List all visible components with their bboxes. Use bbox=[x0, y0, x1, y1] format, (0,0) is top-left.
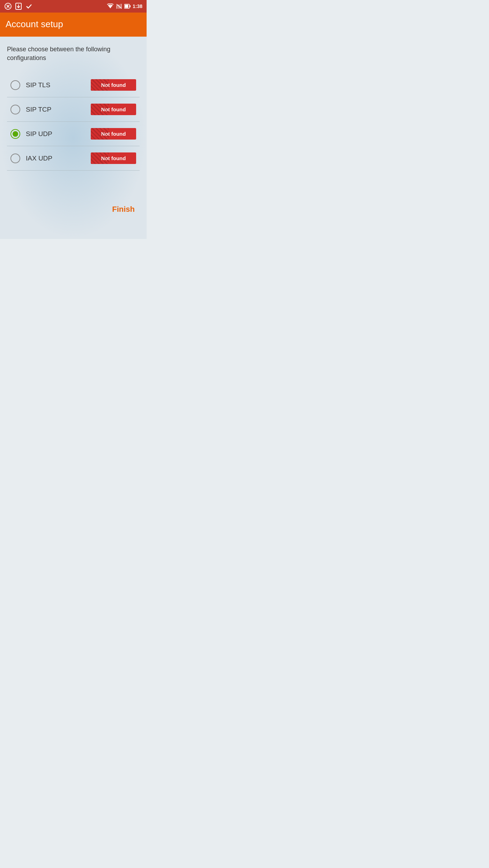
check-icon bbox=[25, 2, 33, 10]
close-icon bbox=[4, 2, 12, 10]
option-label-sip-tls: SIP TLS bbox=[26, 81, 50, 89]
finish-button[interactable]: Finish bbox=[111, 202, 136, 217]
svg-rect-12 bbox=[125, 5, 128, 8]
content-area: Please choose between the following conf… bbox=[0, 37, 147, 239]
finish-area: Finish bbox=[7, 192, 140, 220]
signal-icon bbox=[116, 3, 122, 9]
status-badge-iax-udp: Not found bbox=[91, 152, 136, 164]
option-row-iax-udp[interactable]: IAX UDPNot found bbox=[7, 146, 140, 171]
status-badge-sip-udp: Not found bbox=[91, 128, 136, 140]
option-left-iax-udp: IAX UDP bbox=[10, 154, 52, 163]
status-bar-right: 1:38 bbox=[107, 3, 142, 9]
app-header: Account setup bbox=[0, 13, 147, 37]
option-left-sip-tls: SIP TLS bbox=[10, 80, 50, 90]
radio-iax-udp[interactable] bbox=[10, 154, 20, 163]
time-display: 1:38 bbox=[133, 3, 142, 9]
option-row-sip-tls[interactable]: SIP TLSNot found bbox=[7, 73, 140, 97]
option-row-sip-udp[interactable]: SIP UDPNot found bbox=[7, 122, 140, 146]
description-text: Please choose between the following conf… bbox=[7, 45, 140, 62]
download-icon bbox=[15, 2, 22, 10]
option-left-sip-udp: SIP UDP bbox=[10, 129, 52, 139]
svg-rect-13 bbox=[129, 5, 131, 7]
option-label-sip-tcp: SIP TCP bbox=[26, 106, 51, 113]
svg-marker-5 bbox=[108, 6, 112, 8]
svg-rect-8 bbox=[116, 5, 118, 9]
wifi-icon bbox=[107, 3, 114, 9]
page-title: Account setup bbox=[6, 19, 141, 30]
status-bar-left bbox=[4, 2, 33, 10]
status-bar: 1:38 bbox=[0, 0, 147, 13]
status-badge-sip-tcp: Not found bbox=[91, 104, 136, 115]
battery-icon bbox=[124, 4, 131, 9]
option-label-sip-udp: SIP UDP bbox=[26, 130, 52, 138]
radio-sip-tls[interactable] bbox=[10, 80, 20, 90]
option-left-sip-tcp: SIP TCP bbox=[10, 105, 51, 114]
svg-rect-9 bbox=[118, 5, 120, 9]
option-row-sip-tcp[interactable]: SIP TCPNot found bbox=[7, 97, 140, 122]
svg-rect-10 bbox=[120, 4, 122, 9]
options-list: SIP TLSNot foundSIP TCPNot foundSIP UDPN… bbox=[7, 73, 140, 171]
option-label-iax-udp: IAX UDP bbox=[26, 155, 52, 162]
radio-sip-tcp[interactable] bbox=[10, 105, 20, 114]
radio-sip-udp[interactable] bbox=[10, 129, 20, 139]
status-badge-sip-tls: Not found bbox=[91, 79, 136, 91]
